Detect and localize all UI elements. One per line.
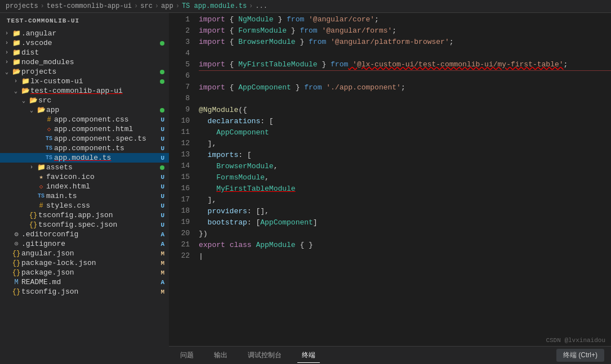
- sidebar-item-node-modules[interactable]: › 📁 node_modules: [0, 57, 169, 67]
- sidebar-item-readme[interactable]: M README.md A: [0, 277, 169, 287]
- sidebar: TEST-COMMONLIB-UI › 📁 .angular › 📁 .vsco…: [0, 13, 169, 364]
- git-file-icon: ⊙: [11, 240, 21, 248]
- sidebar-item-projects[interactable]: ⌄ 📂 projects: [0, 67, 169, 77]
- line-numbers: 12345 678910 1112131415 1617181920 2122: [169, 13, 194, 346]
- chevron-right-icon: ›: [27, 164, 36, 170]
- sidebar-item-app-component-ts[interactable]: TS app.component.ts U: [0, 143, 169, 153]
- chevron-right-icon: ›: [2, 59, 11, 65]
- sidebar-item-app-module-ts[interactable]: TS app.module.ts U: [0, 153, 169, 163]
- panel-tab-terminal[interactable]: 终端: [297, 348, 320, 363]
- code-line: import { AppComponent } from './app.comp…: [199, 82, 611, 93]
- file-badge: U: [160, 136, 164, 142]
- main-area: TEST-COMMONLIB-UI › 📁 .angular › 📁 .vsco…: [0, 13, 611, 364]
- code-line: }): [199, 228, 611, 240]
- sidebar-item-package-json[interactable]: {} package.json M: [0, 268, 169, 277]
- sidebar-item-angular[interactable]: › 📁 .angular: [0, 29, 169, 38]
- code-line: providers: [],: [199, 206, 611, 217]
- code-line: ],: [199, 195, 611, 206]
- sidebar-item-assets[interactable]: › 📁 assets: [0, 163, 169, 172]
- sidebar-item-src[interactable]: ⌄ 📂 src: [0, 96, 169, 105]
- folder-icon: 📁: [11, 58, 21, 66]
- code-editor[interactable]: import { NgModule } from '@angular/core'…: [194, 13, 611, 346]
- code-line: BrowserModule,: [199, 161, 611, 172]
- editor-area: 12345 678910 1112131415 1617181920 2122 …: [169, 13, 611, 364]
- sidebar-item-test-commonlib-app-ui[interactable]: ⌄ 📂 test-commonlib-app-ui: [0, 86, 169, 96]
- sidebar-label: app: [46, 106, 160, 114]
- code-line: import { FormsModule } from '@angular/fo…: [199, 25, 611, 37]
- html-file-icon: ◇: [36, 183, 46, 190]
- sidebar-label: lx-custom-ui: [30, 77, 160, 86]
- chevron-down-icon: ⌄: [27, 107, 36, 114]
- code-line: [199, 71, 611, 82]
- panel-tab-problems[interactable]: 问题: [176, 348, 198, 362]
- panel-tab-debug[interactable]: 调试控制台: [243, 348, 286, 362]
- sidebar-item-tsconfig-spec[interactable]: {} tsconfig.spec.json U: [0, 220, 169, 230]
- sidebar-label: .editorconfig: [21, 230, 160, 239]
- sidebar-item-index-html[interactable]: ◇ index.html U: [0, 182, 169, 191]
- folder-icon: 📁: [20, 77, 30, 86]
- sidebar-item-app[interactable]: ⌄ 📂 app: [0, 105, 169, 115]
- sidebar-item-angular-json[interactable]: {} angular.json M: [0, 249, 169, 258]
- sidebar-item-app-component-html[interactable]: ◇ app.component.html U: [0, 124, 169, 134]
- sidebar-item-favicon[interactable]: ★ favicon.ico U: [0, 172, 169, 182]
- sidebar-label: tsconfig.json: [21, 287, 160, 296]
- breadcrumb-app: app: [161, 2, 173, 10]
- chevron-right-icon: ›: [2, 40, 11, 46]
- sidebar-item-tsconfig-app[interactable]: {} tsconfig.app.json U: [0, 210, 169, 220]
- chevron-right-icon: ›: [2, 50, 11, 56]
- sidebar-label: app.component.css: [54, 115, 160, 124]
- sidebar-item-editorconfig[interactable]: ⚙ .editorconfig A: [0, 230, 169, 239]
- breadcrumb-projects: projects: [6, 2, 38, 10]
- code-line: [199, 93, 611, 105]
- sidebar-item-styles-css[interactable]: # styles.css U: [0, 201, 169, 210]
- terminal-open-button[interactable]: 终端 (Ctrl+): [556, 349, 604, 362]
- watermark: CSDN @lvxinaidou: [546, 337, 605, 344]
- sidebar-item-package-lock[interactable]: {} package-lock.json M: [0, 258, 169, 268]
- chevron-down-icon: ⌄: [11, 88, 20, 95]
- json-file-icon: {}: [11, 288, 21, 296]
- file-badge: M: [160, 269, 164, 276]
- sidebar-item-tsconfig-json[interactable]: {} tsconfig.json M: [0, 287, 169, 296]
- ts-file-icon: TS: [44, 155, 54, 161]
- json-file-icon: {}: [11, 269, 21, 277]
- sidebar-label: package-lock.json: [21, 259, 160, 267]
- status-dot: [160, 41, 164, 46]
- sidebar-item-main-ts[interactable]: TS main.ts U: [0, 191, 169, 201]
- sidebar-item-app-component-css[interactable]: # app.component.css U: [0, 115, 169, 124]
- file-badge: U: [160, 145, 164, 152]
- sidebar-label: package.json: [21, 268, 160, 277]
- editor-content: 12345 678910 1112131415 1617181920 2122 …: [169, 13, 611, 346]
- sidebar-label: src: [38, 96, 169, 105]
- folder-open-icon: 📂: [20, 87, 30, 95]
- sidebar-label: index.html: [46, 182, 160, 191]
- folder-icon: 📁: [11, 29, 21, 38]
- code-line: export class AppModule { }: [199, 240, 611, 251]
- code-line: AppComponent: [199, 127, 611, 138]
- sidebar-item-dist[interactable]: › 📁 dist: [0, 48, 169, 57]
- panel-tab-output[interactable]: 输出: [209, 348, 232, 362]
- app-container: projects › test-commonlib-app-ui › src ›…: [0, 0, 611, 364]
- sidebar-label: tsconfig.spec.json: [38, 221, 160, 229]
- code-line: declarations: [: [199, 116, 611, 127]
- sidebar-item-vscode[interactable]: › 📁 .vscode: [0, 38, 169, 48]
- sidebar-item-app-component-spec-ts[interactable]: TS app.component.spec.ts U: [0, 134, 169, 143]
- json-file-icon: {}: [11, 259, 21, 267]
- chevron-right-icon: ›: [11, 78, 20, 84]
- folder-open-icon: 📂: [11, 68, 21, 76]
- ts-file-icon: TS: [44, 136, 54, 142]
- code-line: import { MyFirstTableModule } from '@lx-…: [199, 59, 611, 71]
- sidebar-item-lx-custom-ui[interactable]: › 📁 lx-custom-ui: [0, 77, 169, 86]
- code-line: import { BrowserModule } from '@angular/…: [199, 37, 611, 48]
- sidebar-label: app.component.ts: [54, 144, 160, 152]
- chevron-down-icon: ⌄: [2, 69, 11, 75]
- css-file-icon: #: [36, 202, 46, 210]
- sidebar-item-gitignore[interactable]: ⊙ .gitignore A: [0, 239, 169, 249]
- file-badge: U: [160, 183, 164, 190]
- json-file-icon: {}: [28, 221, 38, 229]
- sidebar-label: favicon.ico: [46, 173, 160, 181]
- status-dot: [160, 165, 164, 170]
- sidebar-label: assets: [46, 163, 160, 172]
- file-badge: U: [160, 222, 164, 228]
- ico-file-icon: ★: [36, 173, 46, 181]
- file-badge: U: [160, 174, 164, 181]
